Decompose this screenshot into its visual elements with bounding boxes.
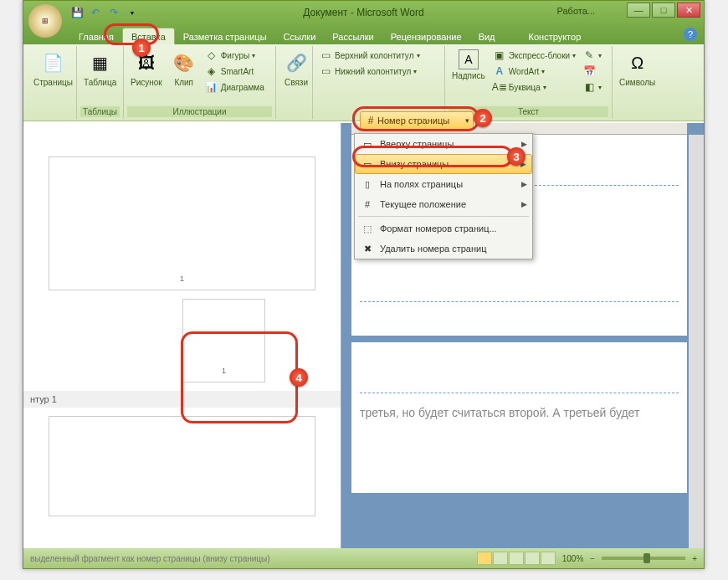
page-icon: 📄: [39, 49, 66, 76]
wordart-icon: A: [493, 64, 506, 78]
gallery-preview-1[interactable]: 1: [49, 157, 315, 290]
current-pos-icon: #: [360, 197, 375, 212]
link-icon: 🔗: [283, 49, 310, 76]
page-margins-icon: ▯: [360, 177, 375, 192]
header-button[interactable]: ▭Верхний колонтитул▾: [316, 48, 441, 63]
quickparts-button[interactable]: ▣Экспресс-блоки▾: [490, 48, 578, 63]
tab-design[interactable]: Конструктор: [520, 28, 590, 44]
gallery-preview-2[interactable]: 1: [182, 299, 265, 382]
smartart-button[interactable]: ◈SmartArt: [203, 64, 267, 79]
shapes-icon: ◇: [205, 49, 218, 62]
chevron-down-icon: ▾: [465, 116, 469, 125]
vertical-scrollbar[interactable]: [689, 135, 704, 548]
gallery-pane: 1 1 нтур 1: [23, 123, 341, 548]
textbox-button[interactable]: AНадпись: [449, 48, 489, 82]
view-buttons: [477, 552, 556, 565]
badge-1: 1: [132, 38, 151, 57]
badge-4: 4: [290, 368, 308, 387]
page-top-icon: ▭: [360, 136, 375, 151]
tab-review[interactable]: Рецензирование: [382, 28, 470, 44]
table-icon: ▦: [87, 49, 114, 76]
clipart-button[interactable]: 🎨Клип: [167, 48, 201, 89]
signature-icon: ✎: [582, 49, 596, 62]
group-symbols: ΩСимволы .: [613, 46, 659, 119]
signature-button[interactable]: ✎▾: [580, 48, 604, 63]
object-button[interactable]: ◧▾: [580, 80, 604, 95]
ribbon-tabs: Главная Вставка Разметка страницы Ссылки…: [23, 24, 704, 44]
badge-2: 2: [474, 109, 492, 127]
pagenumber-menu: ▭Вверху страницы▶ ▭Внизу страницы▶ ▯На п…: [354, 133, 533, 259]
pagenumber-button-active[interactable]: # Номер страницы ▾: [360, 111, 474, 130]
group-pages: 📄Страницы Страницы: [27, 46, 77, 119]
group-tables: ▦Таблица Таблицы: [77, 46, 124, 119]
view-fullscreen[interactable]: [493, 552, 508, 565]
word-window: ⊞ 💾 ↶ ↷ ▾ Документ - Microsoft Word Рабо…: [23, 0, 705, 569]
group-text: AНадпись ▣Экспресс-блоки▾ AWordArt▾ A≣Бу…: [445, 46, 613, 119]
tab-view[interactable]: Вид: [470, 28, 504, 44]
document-page-2[interactable]: третья, но будет считаться второй. А тре…: [351, 342, 687, 493]
view-web[interactable]: [509, 552, 524, 565]
menu-separator: [358, 216, 529, 217]
zoom-level[interactable]: 100%: [562, 554, 584, 563]
table-button[interactable]: ▦Таблица: [80, 48, 120, 89]
chart-button[interactable]: 📊Диаграмма: [203, 80, 267, 95]
menu-page-margins[interactable]: ▯На полях страницы▶: [355, 174, 532, 194]
close-button[interactable]: ✕: [677, 3, 700, 18]
symbols-button[interactable]: ΩСимволы: [616, 48, 659, 89]
help-icon[interactable]: ?: [684, 28, 697, 41]
contextual-tab-label: Работа...: [557, 6, 595, 16]
wordart-button[interactable]: AWordArt▾: [490, 64, 578, 79]
maximize-button[interactable]: □: [652, 3, 675, 18]
pages-button[interactable]: 📄Страницы: [30, 48, 76, 89]
minimize-button[interactable]: —: [627, 3, 650, 18]
format-icon: ⬚: [360, 221, 375, 236]
group-links: 🔗Связи .: [276, 46, 313, 119]
tab-pagelayout[interactable]: Разметка страницы: [175, 28, 275, 44]
qat-dropdown-icon[interactable]: ▾: [126, 6, 139, 19]
office-button[interactable]: ⊞: [28, 4, 62, 38]
zoom-slider[interactable]: [602, 557, 685, 560]
header-boundary: [360, 393, 679, 393]
chevron-right-icon: ▶: [521, 180, 527, 188]
redo-icon[interactable]: ↷: [107, 6, 120, 19]
tab-references[interactable]: Ссылки: [275, 28, 325, 44]
footer-button[interactable]: ▭Нижний колонтитул▾: [316, 64, 441, 79]
quickparts-icon: ▣: [493, 49, 506, 62]
tab-home[interactable]: Главная: [70, 28, 122, 44]
ribbon: 📄Страницы Страницы ▦Таблица Таблицы 🖼Рис…: [23, 44, 704, 121]
object-icon: ◧: [582, 80, 596, 94]
zoom-out-button[interactable]: −: [590, 554, 595, 563]
gallery-preview-3[interactable]: [49, 416, 315, 516]
menu-format-numbers[interactable]: ⬚Формат номеров страниц...: [355, 218, 532, 239]
menu-remove-numbers[interactable]: ✖Удалить номера страниц: [355, 239, 532, 259]
menu-bottom-of-page[interactable]: ▭Внизу страницы▶: [355, 154, 532, 174]
tab-mailings[interactable]: Рассылки: [324, 28, 382, 44]
chart-icon: 📊: [205, 80, 218, 94]
datetime-icon: 📅: [582, 64, 596, 78]
undo-icon[interactable]: ↶: [89, 6, 102, 19]
view-print-layout[interactable]: [477, 552, 492, 565]
dropcap-icon: A≣: [493, 80, 506, 94]
document-body-text: третья, но будет считаться второй. А тре…: [360, 406, 639, 419]
view-outline[interactable]: [525, 552, 540, 565]
page-bottom-icon: ▭: [360, 157, 375, 172]
footer-boundary: [360, 301, 679, 302]
datetime-button[interactable]: 📅: [580, 64, 604, 79]
group-illustrations: 🖼Рисунок 🎨Клип ◇Фигуры▾ ◈SmartArt 📊Диагр…: [124, 46, 276, 119]
chevron-right-icon: ▶: [521, 140, 527, 148]
chevron-right-icon: ▶: [521, 200, 527, 208]
shapes-button[interactable]: ◇Фигуры▾: [203, 48, 267, 63]
dropcap-button[interactable]: A≣Буквица▾: [490, 80, 578, 95]
header-icon: ▭: [319, 49, 332, 62]
menu-current-position[interactable]: #Текущее положение▶: [355, 194, 532, 214]
gallery-section-title: нтур 1: [23, 391, 341, 408]
badge-3: 3: [507, 147, 525, 166]
menu-top-of-page[interactable]: ▭Вверху страницы▶: [355, 134, 532, 154]
textbox-icon: A: [459, 49, 479, 69]
pagenumber-icon: #: [364, 114, 377, 127]
omega-icon: Ω: [624, 49, 651, 76]
zoom-in-button[interactable]: +: [692, 554, 697, 563]
view-draft[interactable]: [541, 552, 556, 565]
links-button[interactable]: 🔗Связи: [279, 48, 313, 89]
save-icon[interactable]: 💾: [70, 6, 84, 19]
